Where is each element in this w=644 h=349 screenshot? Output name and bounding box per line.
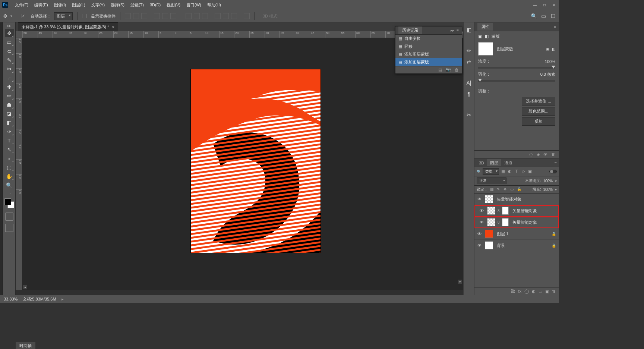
screen-mode-icon[interactable]	[5, 224, 13, 232]
density-slider[interactable]	[478, 67, 555, 69]
tool-presets-icon[interactable]: ✂	[465, 112, 472, 119]
history-delete-icon[interactable]: 🗑	[455, 67, 459, 72]
menu-3d[interactable]: 3D(D)	[147, 0, 164, 10]
vertical-ruler[interactable]: 1 01 52 02 53 03 54 04 55 05 56 0	[16, 38, 22, 290]
layer-row[interactable]: 👁图层 1🔒	[474, 228, 559, 240]
align-vcenter-icon[interactable]	[133, 13, 139, 19]
healing-tool[interactable]: ✚	[5, 83, 14, 91]
layer-row[interactable]: 👁8矢量智能对象	[474, 217, 559, 228]
window-maximize[interactable]: □	[540, 3, 549, 7]
tab-3d[interactable]: 3D	[476, 160, 487, 166]
align-right-icon[interactable]	[170, 13, 176, 19]
crop-tool[interactable]: ✂	[5, 65, 14, 73]
lock-position-icon[interactable]: ✥	[503, 187, 508, 192]
menu-layer[interactable]: 图层(L)	[69, 0, 88, 10]
toolbox-more-icon[interactable]: ⋯	[7, 192, 11, 195]
visibility-icon[interactable]: 👁	[477, 232, 483, 236]
filter-toggle-switch[interactable]	[549, 170, 557, 173]
density-value[interactable]: 100%	[545, 59, 555, 64]
layer-name[interactable]: 矢量智能对象	[512, 220, 556, 225]
menu-type[interactable]: 文字(Y)	[88, 0, 108, 10]
tab-layers[interactable]: 图层	[487, 159, 501, 166]
window-minimize[interactable]: —	[530, 3, 540, 7]
zoom-level[interactable]: 33.33%	[4, 297, 18, 301]
lock-artboard-icon[interactable]: ▭	[510, 187, 515, 192]
add-mask-icon[interactable]: ◯	[524, 289, 529, 294]
canvas-background[interactable]: ▴ ▾ ◂	[22, 38, 463, 290]
load-selection-icon[interactable]: ◌	[529, 152, 533, 157]
tab-channels[interactable]: 通道	[501, 159, 515, 166]
filter-smart-icon[interactable]: ▣	[527, 169, 533, 174]
history-new-doc-icon[interactable]: ▤	[438, 67, 442, 72]
mask-link-icon[interactable]: 8	[498, 209, 500, 213]
layers-panel-menu-icon[interactable]: ≡	[552, 161, 559, 165]
brushes-panel-icon[interactable]: ✏	[465, 48, 472, 54]
history-tab[interactable]: 历史记录	[398, 26, 422, 34]
history-item[interactable]: ▤轻移	[395, 43, 462, 50]
path-tool[interactable]: ↖	[5, 145, 14, 154]
status-flyout-icon[interactable]: ▸	[61, 297, 64, 302]
menu-filter[interactable]: 滤镜(T)	[127, 0, 147, 10]
quick-mask-icon[interactable]	[5, 213, 13, 221]
workspace-icon[interactable]: ▭	[540, 13, 546, 19]
feather-value[interactable]: 0.0 像素	[540, 72, 555, 77]
auto-select-dropdown[interactable]: 图层	[54, 12, 73, 20]
panel-menu-icon[interactable]: ≡	[554, 25, 556, 29]
fill-value[interactable]: 100%	[543, 188, 553, 192]
filter-adjust-icon[interactable]: ◐	[507, 169, 512, 174]
layer-row[interactable]: 👁8矢量智能对象	[474, 205, 559, 217]
toggle-mask-icon[interactable]: 👁	[543, 152, 547, 157]
artboard[interactable]	[191, 69, 321, 253]
menu-window[interactable]: 窗口(W)	[183, 0, 204, 10]
layer-row[interactable]: 👁背景🔒	[474, 240, 559, 251]
eraser-tool[interactable]: ◪	[5, 110, 14, 118]
lasso-tool[interactable]: ⊂	[5, 47, 14, 55]
char-panel-icon[interactable]: A|	[465, 80, 472, 87]
share-icon[interactable]: ☐	[550, 13, 556, 19]
layer-name[interactable]: 矢量智能对象	[512, 208, 556, 214]
zoom-tool[interactable]: 🔍	[5, 181, 14, 189]
layer-name[interactable]: 矢量智能对象	[497, 196, 556, 202]
stamp-tool[interactable]: ☗	[5, 101, 14, 109]
brush-tool[interactable]: ✏	[5, 92, 14, 100]
mask-thumbnail[interactable]	[478, 42, 493, 56]
dist-left-icon[interactable]	[215, 13, 221, 19]
auto-select-checkbox[interactable]	[22, 14, 26, 18]
gradient-tool[interactable]: ◧	[5, 119, 14, 127]
shape-tool[interactable]: ▢	[5, 163, 14, 172]
close-tab-icon[interactable]: ×	[112, 25, 114, 30]
filter-pixel-icon[interactable]: ▦	[501, 169, 506, 174]
marquee-tool[interactable]: ▭	[5, 38, 14, 46]
menu-view[interactable]: 视图(V)	[164, 0, 183, 10]
align-left-icon[interactable]	[154, 13, 160, 19]
document-tab[interactable]: 未标题-1 @ 33.3% (矢量智能对象, 图层蒙版/8) * ×	[18, 22, 118, 31]
direct-select-tool[interactable]: ▹	[5, 154, 14, 163]
history-collapse-icon[interactable]: ▸▸	[451, 28, 454, 32]
history-item[interactable]: ▤添加图层蒙版	[395, 58, 462, 66]
lock-all-icon[interactable]: 🔒	[517, 187, 521, 192]
filter-kind-dropdown[interactable]: 类型	[483, 168, 499, 175]
link-layers-icon[interactable]: ⛓	[511, 289, 515, 294]
window-close[interactable]: ✕	[549, 3, 559, 7]
dist-auto-icon[interactable]	[244, 13, 250, 19]
history-snapshot-icon[interactable]: 📷	[446, 67, 451, 72]
mask-thumbnail[interactable]	[502, 207, 509, 215]
pen-tool[interactable]: ✑	[5, 128, 14, 136]
hscroll-left-icon[interactable]: ◂	[23, 285, 27, 289]
menu-image[interactable]: 图像(I)	[51, 0, 69, 10]
visibility-icon[interactable]: 👁	[480, 220, 485, 224]
invert-button[interactable]: 反相	[522, 117, 555, 126]
layer-name[interactable]: 背景	[497, 243, 549, 248]
dist-top-icon[interactable]	[186, 13, 192, 19]
color-panel-icon[interactable]: ◧	[465, 27, 472, 34]
properties-tab[interactable]: 属性	[477, 23, 493, 31]
vector-mask-icon[interactable]: ◧	[552, 47, 555, 51]
hand-tool[interactable]: ✋	[5, 172, 14, 180]
dist-vcenter-icon[interactable]	[194, 13, 200, 19]
quick-select-tool[interactable]: ✎	[5, 56, 14, 64]
delete-layer-icon[interactable]: 🗑	[552, 289, 556, 294]
align-bottom-icon[interactable]	[141, 13, 147, 19]
menu-select[interactable]: 选择(S)	[108, 0, 127, 10]
visibility-icon[interactable]: 👁	[480, 208, 485, 213]
layer-row[interactable]: 👁矢量智能对象	[474, 194, 559, 205]
